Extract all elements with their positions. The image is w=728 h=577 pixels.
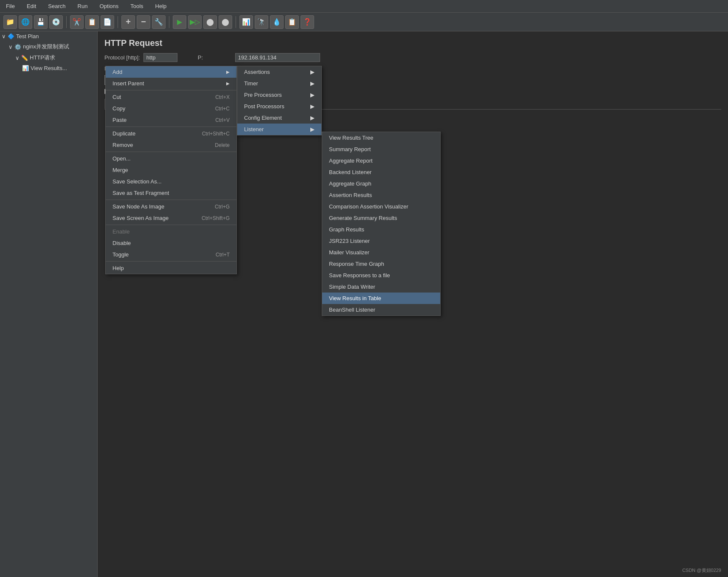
toolbar-search[interactable]: 🔭 [255, 15, 268, 29]
ctx-cut[interactable]: Cut Ctrl+X [106, 91, 236, 103]
toolbar-run[interactable]: ▶ [173, 15, 186, 29]
submenu-add: Assertions ▶ Timer ▶ Pre Processors ▶ Po… [237, 66, 322, 135]
menu-options[interactable]: Options [97, 2, 121, 10]
menubar: File Edit Search Run Options Tools Help [0, 0, 728, 13]
listener-simple-data-writer[interactable]: Simple Data Writer [322, 281, 440, 293]
viewresults-label: View Results... [31, 65, 67, 71]
toolbar-shutdown[interactable]: ⬤ [219, 15, 232, 29]
listener-aggregate-graph-label: Aggregate Graph [329, 180, 371, 187]
tree-item-viewresults[interactable]: 📊 View Results... [0, 63, 97, 73]
separator-2 [118, 16, 118, 28]
ctx-save-fragment[interactable]: Save as Test Fragment [106, 187, 236, 199]
ip-input[interactable] [235, 53, 320, 62]
ctx-help[interactable]: Help [106, 262, 236, 274]
listener-mailer[interactable]: Mailer Visualizer [322, 247, 440, 258]
toolbar-stop[interactable]: ⬤ [203, 15, 217, 29]
listener-summary-report-label: Summary Report [329, 146, 371, 152]
listener-response-time-graph[interactable]: Response Time Graph [322, 258, 440, 270]
menu-tools[interactable]: Tools [128, 2, 146, 10]
viewresults-icon: 📊 [22, 65, 29, 71]
ctx-save-screen-image[interactable]: Save Screen As Image Ctrl+Shift+G [106, 212, 236, 224]
submenu-post-processors[interactable]: Post Processors ▶ [237, 101, 321, 112]
submenu-post-processors-label: Post Processors [244, 103, 284, 110]
listener-comparison-assertion[interactable]: Comparison Assertion Visualizer [322, 201, 440, 212]
ctx-save-node-image[interactable]: Save Node As Image Ctrl+G [106, 201, 236, 212]
ctx-open-label: Open... [112, 155, 131, 162]
submenu-timer-label: Timer [244, 80, 258, 87]
submenu-listener-arrow: ▶ [310, 126, 315, 132]
listener-save-responses[interactable]: Save Responses to a file [322, 270, 440, 281]
ctx-open[interactable]: Open... [106, 153, 236, 164]
submenu-timer[interactable]: Timer ▶ [237, 78, 321, 89]
ctx-save-fragment-label: Save as Test Fragment [112, 190, 169, 196]
ctx-save-selection[interactable]: Save Selection As... [106, 176, 236, 187]
toolbar-saveas[interactable]: 💿 [49, 15, 63, 29]
ctx-paste[interactable]: Paste Ctrl+V [106, 114, 236, 126]
toolbar-report[interactable]: 📊 [239, 15, 253, 29]
listener-assertion-results[interactable]: Assertion Results [322, 189, 440, 201]
ctx-save-screen-shortcut: Ctrl+Shift+G [202, 215, 230, 221]
ctx-duplicate[interactable]: Duplicate Ctrl+Shift+C [106, 128, 236, 139]
toolbar-help-btn[interactable]: ❓ [301, 15, 314, 29]
submenu-config-element[interactable]: Config Element ▶ [237, 112, 321, 124]
listener-aggregate-report[interactable]: Aggregate Report [322, 155, 440, 166]
ctx-merge-label: Merge [112, 167, 128, 173]
toolbar-paste[interactable]: 📄 [101, 15, 114, 29]
listener-beanshell-label: BeanShell Listener [329, 307, 375, 313]
submenu-assertions[interactable]: Assertions ▶ [237, 66, 321, 78]
listener-view-results-tree[interactable]: View Results Tree [322, 132, 440, 144]
toolbar-templates[interactable]: 📋 [285, 15, 299, 29]
ctx-merge[interactable]: Merge [106, 164, 236, 176]
submenu-listener[interactable]: Listener ▶ [237, 124, 321, 135]
menu-search[interactable]: Search [45, 2, 68, 10]
toolbar-remove[interactable]: − [137, 15, 150, 29]
toolbar-clear[interactable]: 💧 [270, 15, 284, 29]
listener-generate-summary[interactable]: Generate Summary Results [322, 212, 440, 224]
menu-run[interactable]: Run [75, 2, 90, 10]
listener-jsr223[interactable]: JSR223 Listener [322, 235, 440, 247]
listener-backend[interactable]: Backend Listener [322, 166, 440, 178]
ctx-copy[interactable]: Copy Ctrl+C [106, 103, 236, 114]
submenu-pre-processors[interactable]: Pre Processors ▶ [237, 89, 321, 101]
menu-file[interactable]: File [3, 2, 17, 10]
listener-graph-results[interactable]: Graph Results [322, 224, 440, 235]
nginx-label: nginx并发限制测试 [23, 43, 69, 51]
listener-mailer-label: Mailer Visualizer [329, 249, 369, 256]
menu-help[interactable]: Help [153, 2, 169, 10]
tree-item-nginx[interactable]: ∨ ⚙️ nginx并发限制测试 [0, 41, 97, 52]
toolbar-configure[interactable]: 🔧 [152, 15, 166, 29]
listener-assertion-results-label: Assertion Results [329, 192, 372, 198]
ctx-cut-label: Cut [112, 94, 121, 100]
tree-item-testplan[interactable]: ∨ 🔷 Test Plan [0, 31, 97, 41]
sep-5 [106, 225, 236, 225]
ctx-toggle[interactable]: Toggle Ctrl+T [106, 249, 236, 260]
context-menu-main: Add ▶ Insert Parent ▶ Cut Ctrl+X Copy Ct… [105, 66, 237, 274]
ctx-save-screen-image-label: Save Screen As Image [112, 215, 169, 221]
panel-title: HTTP Request [104, 38, 721, 48]
listener-beanshell[interactable]: BeanShell Listener [322, 304, 440, 315]
toolbar-cut[interactable]: ✂️ [70, 15, 84, 29]
ctx-add-label: Add [112, 69, 122, 75]
toolbar-open[interactable]: 🌐 [19, 15, 32, 29]
ctx-insert-parent[interactable]: Insert Parent ▶ [106, 78, 236, 89]
toolbar-new[interactable]: 📁 [3, 15, 17, 29]
submenu-assertions-label: Assertions [244, 69, 270, 75]
toolbar-start-no-pause[interactable]: ▶▷ [188, 15, 202, 29]
menu-edit[interactable]: Edit [24, 2, 39, 10]
protocol-input[interactable] [143, 53, 177, 62]
ctx-duplicate-shortcut: Ctrl+Shift+C [202, 131, 230, 137]
ctx-enable: Enable [106, 226, 236, 237]
toolbar-add[interactable]: + [121, 15, 135, 29]
listener-view-results-table[interactable]: View Results in Table [322, 293, 440, 304]
ctx-add[interactable]: Add ▶ [106, 66, 236, 78]
ctx-save-selection-label: Save Selection As... [112, 178, 162, 185]
listener-aggregate-graph[interactable]: Aggregate Graph [322, 178, 440, 189]
ctx-remove[interactable]: Remove Delete [106, 139, 236, 151]
submenu-post-processors-arrow: ▶ [310, 103, 315, 110]
listener-summary-report[interactable]: Summary Report [322, 144, 440, 155]
ctx-disable[interactable]: Disable [106, 237, 236, 249]
tree-item-http[interactable]: ∨ ✏️ HTTP请求 [0, 52, 97, 63]
left-panel: ∨ 🔷 Test Plan ∨ ⚙️ nginx并发限制测试 ∨ ✏️ HTTP… [0, 31, 98, 577]
toolbar-save[interactable]: 💾 [34, 15, 48, 29]
toolbar-copy[interactable]: 📋 [85, 15, 99, 29]
